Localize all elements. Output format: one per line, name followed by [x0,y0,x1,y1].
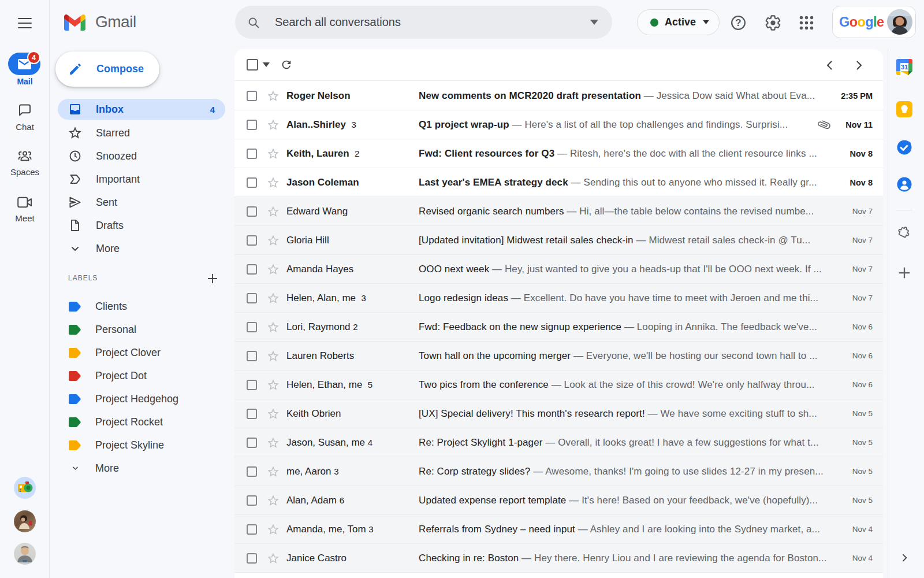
svg-text:31: 31 [901,64,908,71]
svg-text:?: ? [735,17,741,28]
